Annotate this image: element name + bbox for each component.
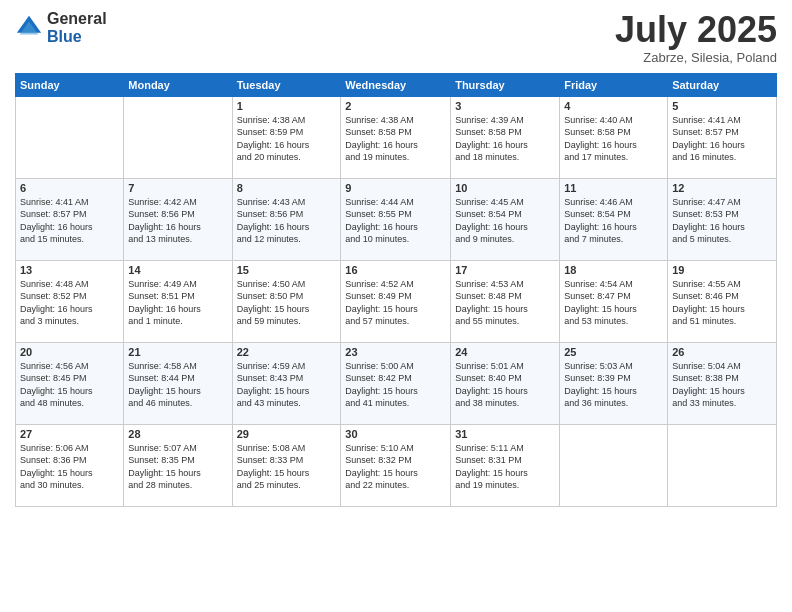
title-block: July 2025 Zabrze, Silesia, Poland <box>615 10 777 65</box>
day-number: 31 <box>455 428 555 440</box>
day-info: Sunrise: 4:41 AM Sunset: 8:57 PM Dayligh… <box>20 196 119 246</box>
calendar-cell: 6Sunrise: 4:41 AM Sunset: 8:57 PM Daylig… <box>16 178 124 260</box>
calendar-cell: 10Sunrise: 4:45 AM Sunset: 8:54 PM Dayli… <box>451 178 560 260</box>
calendar-cell: 31Sunrise: 5:11 AM Sunset: 8:31 PM Dayli… <box>451 424 560 506</box>
day-number: 14 <box>128 264 227 276</box>
day-info: Sunrise: 5:00 AM Sunset: 8:42 PM Dayligh… <box>345 360 446 410</box>
calendar-cell: 18Sunrise: 4:54 AM Sunset: 8:47 PM Dayli… <box>560 260 668 342</box>
calendar-cell: 13Sunrise: 4:48 AM Sunset: 8:52 PM Dayli… <box>16 260 124 342</box>
calendar-cell: 28Sunrise: 5:07 AM Sunset: 8:35 PM Dayli… <box>124 424 232 506</box>
calendar-cell: 9Sunrise: 4:44 AM Sunset: 8:55 PM Daylig… <box>341 178 451 260</box>
calendar-cell: 2Sunrise: 4:38 AM Sunset: 8:58 PM Daylig… <box>341 96 451 178</box>
logo-blue: Blue <box>47 28 107 46</box>
col-thursday: Thursday <box>451 73 560 96</box>
day-info: Sunrise: 4:59 AM Sunset: 8:43 PM Dayligh… <box>237 360 337 410</box>
day-number: 20 <box>20 346 119 358</box>
day-info: Sunrise: 4:50 AM Sunset: 8:50 PM Dayligh… <box>237 278 337 328</box>
col-saturday: Saturday <box>668 73 777 96</box>
day-number: 4 <box>564 100 663 112</box>
day-info: Sunrise: 5:03 AM Sunset: 8:39 PM Dayligh… <box>564 360 663 410</box>
col-sunday: Sunday <box>16 73 124 96</box>
day-number: 16 <box>345 264 446 276</box>
day-number: 24 <box>455 346 555 358</box>
logo: General Blue <box>15 10 107 45</box>
day-info: Sunrise: 5:10 AM Sunset: 8:32 PM Dayligh… <box>345 442 446 492</box>
day-info: Sunrise: 4:38 AM Sunset: 8:59 PM Dayligh… <box>237 114 337 164</box>
calendar-cell <box>124 96 232 178</box>
header: General Blue July 2025 Zabrze, Silesia, … <box>15 10 777 65</box>
day-number: 11 <box>564 182 663 194</box>
day-number: 8 <box>237 182 337 194</box>
col-wednesday: Wednesday <box>341 73 451 96</box>
day-number: 6 <box>20 182 119 194</box>
logo-text: General Blue <box>47 10 107 45</box>
calendar-cell: 25Sunrise: 5:03 AM Sunset: 8:39 PM Dayli… <box>560 342 668 424</box>
day-number: 3 <box>455 100 555 112</box>
calendar-cell: 29Sunrise: 5:08 AM Sunset: 8:33 PM Dayli… <box>232 424 341 506</box>
calendar-cell: 22Sunrise: 4:59 AM Sunset: 8:43 PM Dayli… <box>232 342 341 424</box>
calendar-cell: 15Sunrise: 4:50 AM Sunset: 8:50 PM Dayli… <box>232 260 341 342</box>
day-info: Sunrise: 4:39 AM Sunset: 8:58 PM Dayligh… <box>455 114 555 164</box>
calendar-cell: 23Sunrise: 5:00 AM Sunset: 8:42 PM Dayli… <box>341 342 451 424</box>
calendar-week-2: 13Sunrise: 4:48 AM Sunset: 8:52 PM Dayli… <box>16 260 777 342</box>
subtitle: Zabrze, Silesia, Poland <box>615 50 777 65</box>
calendar-cell: 16Sunrise: 4:52 AM Sunset: 8:49 PM Dayli… <box>341 260 451 342</box>
day-number: 29 <box>237 428 337 440</box>
calendar-cell <box>668 424 777 506</box>
logo-icon <box>15 14 43 42</box>
day-info: Sunrise: 4:52 AM Sunset: 8:49 PM Dayligh… <box>345 278 446 328</box>
day-number: 10 <box>455 182 555 194</box>
calendar-table: Sunday Monday Tuesday Wednesday Thursday… <box>15 73 777 507</box>
day-info: Sunrise: 4:48 AM Sunset: 8:52 PM Dayligh… <box>20 278 119 328</box>
day-number: 2 <box>345 100 446 112</box>
day-number: 23 <box>345 346 446 358</box>
day-number: 22 <box>237 346 337 358</box>
col-tuesday: Tuesday <box>232 73 341 96</box>
col-friday: Friday <box>560 73 668 96</box>
day-info: Sunrise: 5:01 AM Sunset: 8:40 PM Dayligh… <box>455 360 555 410</box>
calendar-cell: 26Sunrise: 5:04 AM Sunset: 8:38 PM Dayli… <box>668 342 777 424</box>
day-number: 9 <box>345 182 446 194</box>
calendar-cell: 14Sunrise: 4:49 AM Sunset: 8:51 PM Dayli… <box>124 260 232 342</box>
day-info: Sunrise: 4:49 AM Sunset: 8:51 PM Dayligh… <box>128 278 227 328</box>
day-info: Sunrise: 5:04 AM Sunset: 8:38 PM Dayligh… <box>672 360 772 410</box>
calendar-cell: 27Sunrise: 5:06 AM Sunset: 8:36 PM Dayli… <box>16 424 124 506</box>
day-info: Sunrise: 4:58 AM Sunset: 8:44 PM Dayligh… <box>128 360 227 410</box>
day-info: Sunrise: 4:45 AM Sunset: 8:54 PM Dayligh… <box>455 196 555 246</box>
calendar-cell: 11Sunrise: 4:46 AM Sunset: 8:54 PM Dayli… <box>560 178 668 260</box>
calendar-cell: 1Sunrise: 4:38 AM Sunset: 8:59 PM Daylig… <box>232 96 341 178</box>
day-number: 26 <box>672 346 772 358</box>
day-number: 19 <box>672 264 772 276</box>
day-number: 25 <box>564 346 663 358</box>
day-info: Sunrise: 4:46 AM Sunset: 8:54 PM Dayligh… <box>564 196 663 246</box>
day-number: 13 <box>20 264 119 276</box>
day-number: 28 <box>128 428 227 440</box>
day-info: Sunrise: 4:41 AM Sunset: 8:57 PM Dayligh… <box>672 114 772 164</box>
day-number: 27 <box>20 428 119 440</box>
calendar-cell <box>560 424 668 506</box>
calendar-cell: 24Sunrise: 5:01 AM Sunset: 8:40 PM Dayli… <box>451 342 560 424</box>
calendar-cell: 8Sunrise: 4:43 AM Sunset: 8:56 PM Daylig… <box>232 178 341 260</box>
day-info: Sunrise: 4:56 AM Sunset: 8:45 PM Dayligh… <box>20 360 119 410</box>
day-info: Sunrise: 4:40 AM Sunset: 8:58 PM Dayligh… <box>564 114 663 164</box>
day-info: Sunrise: 5:07 AM Sunset: 8:35 PM Dayligh… <box>128 442 227 492</box>
day-info: Sunrise: 5:06 AM Sunset: 8:36 PM Dayligh… <box>20 442 119 492</box>
day-number: 12 <box>672 182 772 194</box>
day-number: 5 <box>672 100 772 112</box>
day-info: Sunrise: 4:42 AM Sunset: 8:56 PM Dayligh… <box>128 196 227 246</box>
calendar-cell: 4Sunrise: 4:40 AM Sunset: 8:58 PM Daylig… <box>560 96 668 178</box>
col-monday: Monday <box>124 73 232 96</box>
calendar-cell: 7Sunrise: 4:42 AM Sunset: 8:56 PM Daylig… <box>124 178 232 260</box>
calendar-cell: 12Sunrise: 4:47 AM Sunset: 8:53 PM Dayli… <box>668 178 777 260</box>
day-info: Sunrise: 4:43 AM Sunset: 8:56 PM Dayligh… <box>237 196 337 246</box>
day-info: Sunrise: 4:47 AM Sunset: 8:53 PM Dayligh… <box>672 196 772 246</box>
calendar-week-1: 6Sunrise: 4:41 AM Sunset: 8:57 PM Daylig… <box>16 178 777 260</box>
day-info: Sunrise: 5:08 AM Sunset: 8:33 PM Dayligh… <box>237 442 337 492</box>
calendar-cell: 20Sunrise: 4:56 AM Sunset: 8:45 PM Dayli… <box>16 342 124 424</box>
page: General Blue July 2025 Zabrze, Silesia, … <box>0 0 792 612</box>
calendar-week-4: 27Sunrise: 5:06 AM Sunset: 8:36 PM Dayli… <box>16 424 777 506</box>
day-number: 30 <box>345 428 446 440</box>
month-title: July 2025 <box>615 10 777 50</box>
header-row: Sunday Monday Tuesday Wednesday Thursday… <box>16 73 777 96</box>
calendar-week-0: 1Sunrise: 4:38 AM Sunset: 8:59 PM Daylig… <box>16 96 777 178</box>
